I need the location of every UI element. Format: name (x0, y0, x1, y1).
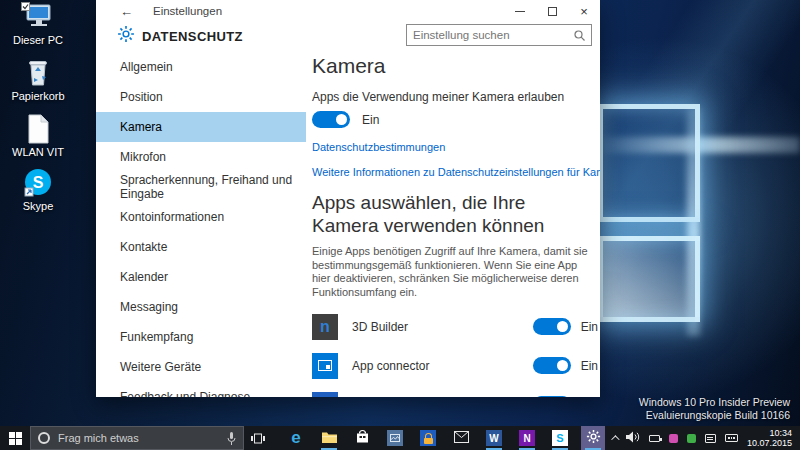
3d-builder-glyph: n (320, 319, 330, 335)
task-view-button[interactable] (244, 426, 272, 450)
lock-icon (420, 430, 436, 446)
app-row-app-social: App Social Ein (312, 385, 600, 397)
3d-builder-toggle[interactable] (533, 318, 571, 335)
sidebar-item-label: Allgemein (120, 60, 173, 74)
windows-logo-pane-top (598, 104, 700, 222)
settings-content: Kamera Apps die Verwendung meiner Kamera… (312, 52, 600, 397)
usb-device-icon[interactable] (649, 435, 660, 442)
toggle-state-label: Ein (581, 359, 598, 373)
sidebar-item-funkempfang[interactable]: Funkempfang (96, 322, 306, 352)
window-controls: × (504, 0, 600, 22)
cortana-placeholder: Frag mich etwas (58, 432, 139, 444)
edge-taskbar-button[interactable]: e (284, 426, 308, 450)
search-icon (574, 30, 585, 41)
photos-icon (387, 430, 403, 446)
taskbar-clock[interactable]: 10:34 10.07.2015 (747, 428, 795, 449)
store-taskbar-button[interactable] (350, 426, 374, 450)
sidebar-item-label: Spracherkennung, Freihand und Eingabe (120, 173, 306, 201)
watermark-line2: Evaluierungskopie Build 10166 (639, 409, 790, 422)
desktop-icon-wlan-vit[interactable]: WLAN VIT (6, 114, 70, 158)
sidebar-item-kontoinformationen[interactable]: Kontoinformationen (96, 202, 306, 232)
app-connector-icon (312, 353, 338, 379)
start-button[interactable] (0, 426, 30, 450)
sidebar-item-messaging[interactable]: Messaging (96, 292, 306, 322)
document-icon (6, 114, 70, 144)
microphone-icon[interactable] (227, 432, 236, 445)
edge-icon: e (291, 430, 300, 446)
desktop-icon-label: Skype (6, 200, 70, 212)
clock-date: 10.07.2015 (747, 438, 792, 449)
settings-search-box[interactable] (406, 24, 592, 46)
feedback-bubble-icon[interactable] (705, 434, 716, 443)
sidebar-item-label: Kamera (120, 120, 162, 134)
watermark-line1: Windows 10 Pro Insider Preview (639, 396, 790, 409)
app-connector-toggle[interactable] (533, 357, 571, 374)
word-taskbar-button[interactable]: W (482, 426, 506, 450)
tray-expand-chevron-icon[interactable] (611, 435, 619, 443)
titlebar[interactable]: ← Einstellungen × (96, 0, 600, 22)
sidebar-item-mikrofon[interactable]: Mikrofon (96, 142, 306, 172)
app-social-toggle[interactable] (533, 396, 571, 397)
volume-icon[interactable] (626, 429, 640, 447)
sidebar-item-kalender[interactable]: Kalender (96, 262, 306, 292)
sidebar-item-label: Messaging (120, 300, 178, 314)
settings-search-input[interactable] (407, 29, 574, 41)
camera-master-toggle[interactable] (312, 111, 350, 128)
desktop-icon-skype[interactable]: S Skype (6, 168, 70, 212)
desktop-icon-this-pc[interactable]: Dieser PC (6, 2, 70, 46)
sidebar-item-feedback[interactable]: Feedback und Diagnose (96, 382, 306, 397)
store-icon (356, 429, 369, 447)
sidebar-item-spracherkennung[interactable]: Spracherkennung, Freihand und Eingabe (96, 172, 306, 202)
more-info-link[interactable]: Weitere Informationen zu Datenschutzeins… (312, 166, 600, 178)
desktop-icon-label: WLAN VIT (6, 146, 70, 158)
sidebar-item-label: Position (120, 90, 163, 104)
sidebar-item-kontakte[interactable]: Kontakte (96, 232, 306, 262)
sidebar-item-kamera[interactable]: Kamera (96, 112, 306, 142)
close-button[interactable]: × (568, 0, 600, 22)
skype-letter: S (556, 432, 563, 444)
section-description: Einige Apps benötigen Zugriff auf Ihre K… (312, 245, 588, 299)
toggle-knob (557, 360, 568, 371)
windows-logo-icon (9, 432, 22, 445)
sidebar-item-label: Funkempfang (120, 330, 193, 344)
windows-logo-pane-bottom (598, 236, 700, 322)
wallet-taskbar-button[interactable] (416, 426, 440, 450)
back-button[interactable]: ← (120, 4, 133, 19)
sidebar-item-position[interactable]: Position (96, 82, 306, 112)
maximize-button[interactable] (536, 0, 568, 22)
section-title: Apps auswählen, die Ihre Kamera verwende… (312, 191, 588, 237)
desktop: Dieser PC Papierkorb WLAN VIT S (0, 0, 800, 450)
settings-taskbar-button[interactable] (581, 426, 605, 450)
minimize-button[interactable] (504, 0, 536, 22)
mail-icon (454, 429, 469, 447)
touch-keyboard-icon[interactable] (725, 434, 738, 442)
taskbar-apps: e (284, 426, 605, 450)
maximize-icon (548, 7, 557, 16)
photos-taskbar-button[interactable] (383, 426, 407, 450)
file-explorer-icon (322, 429, 337, 447)
toggle-state-label: Ein (581, 320, 598, 334)
sidebar-item-label: Kalender (120, 270, 168, 284)
sidebar-item-label: Mikrofon (120, 150, 166, 164)
skype-taskbar-button[interactable]: S (548, 426, 572, 450)
camera-app-list: n 3D Builder Ein App connector Ei (312, 307, 600, 397)
sidebar-item-label: Kontakte (120, 240, 167, 254)
desktop-icon-recycle-bin[interactable]: Papierkorb (6, 58, 70, 102)
sidebar-item-weitere-geraete[interactable]: Weitere Geräte (96, 352, 306, 382)
onenote-taskbar-button[interactable]: N (515, 426, 539, 450)
system-tray: 10:34 10.07.2015 (611, 428, 800, 449)
settings-sidebar: Allgemein Position Kamera Mikrofon Sprac… (96, 52, 306, 397)
app-row-app-connector: App connector Ein (312, 346, 600, 385)
sidebar-item-allgemein[interactable]: Allgemein (96, 52, 306, 82)
tray-app-green-icon[interactable] (687, 434, 696, 443)
toggle-state-label: Ein (362, 113, 379, 127)
page-title: DATENSCHUTZ (142, 29, 243, 44)
word-icon: W (486, 430, 502, 446)
file-explorer-taskbar-button[interactable] (317, 426, 341, 450)
privacy-statement-link[interactable]: Datenschutzbestimmungen (312, 141, 600, 153)
cortana-search-box[interactable]: Frag mich etwas (30, 426, 244, 450)
window-title: Einstellungen (153, 5, 222, 17)
onenote-letter: N (523, 433, 530, 444)
mail-taskbar-button[interactable] (449, 426, 473, 450)
tray-app-pink-icon[interactable] (669, 434, 678, 443)
